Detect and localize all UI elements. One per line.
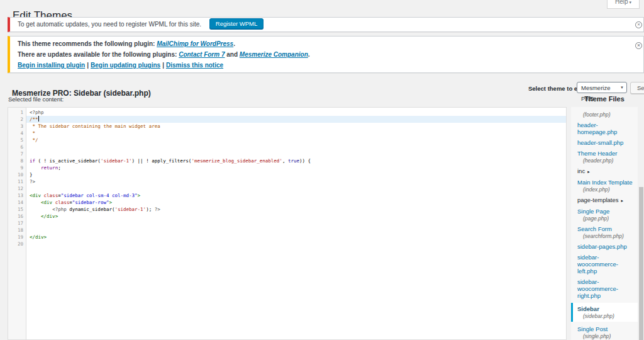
- theme-file-item: Sidebar(sidebar.php): [571, 303, 638, 322]
- code-line[interactable]: 4 *: [8, 130, 566, 137]
- code-line[interactable]: 13<div class="sidebar col-sm-4 col-md-3"…: [8, 192, 566, 199]
- theme-file-link[interactable]: Sidebar: [577, 305, 638, 312]
- code-line[interactable]: 1<?php: [8, 109, 566, 116]
- code-line[interactable]: 9 return;: [8, 164, 566, 171]
- theme-file-link[interactable]: sidebar-woocommerce-left.php: [577, 254, 638, 275]
- recommend-text: This theme recommends the following plug…: [18, 40, 157, 47]
- code-line[interactable]: 7: [8, 150, 566, 157]
- code-text: * The sidebar containing the main widget…: [26, 123, 566, 130]
- line-number: 6: [8, 144, 26, 150]
- code-line[interactable]: 20: [8, 241, 566, 247]
- code-text: }: [26, 171, 566, 178]
- dismiss-notice-icon[interactable]: ✕: [635, 21, 642, 28]
- theme-file-link[interactable]: Single Page: [577, 208, 638, 215]
- theme-folder-link[interactable]: page-templates▸: [577, 196, 638, 204]
- theme-file-item: sidebar-woocommerce-left.php: [571, 254, 638, 275]
- code-line[interactable]: 11?>: [8, 178, 566, 185]
- line-number: 14: [8, 199, 26, 206]
- theme-file-link[interactable]: sidebar-woocommerce-right.php: [577, 278, 638, 299]
- theme-select-dropdown[interactable]: Mesmerize PRO ▼: [577, 82, 627, 93]
- separator: |: [162, 62, 164, 69]
- chevron-right-icon: ▸: [587, 169, 590, 174]
- register-wpml-button[interactable]: Register WPML: [209, 18, 264, 29]
- wpml-register-notice: To get automatic updates, you need to re…: [8, 17, 644, 32]
- code-line[interactable]: 10}: [8, 171, 566, 178]
- theme-file-link[interactable]: Single Post: [577, 326, 638, 332]
- theme-file-item: Single Post(single.php): [571, 326, 638, 339]
- help-label: Help: [615, 0, 628, 5]
- code-line[interactable]: 12: [8, 185, 566, 192]
- theme-file-filename: (single.php): [583, 333, 638, 339]
- mailchimp-plugin-link[interactable]: MailChimp for WordPress: [157, 40, 233, 47]
- notice-actions-line: Begin installing plugin|Begin updating p…: [18, 62, 636, 69]
- theme-file-filename: (header.php): [583, 157, 638, 164]
- theme-file-item: header-small.php: [571, 139, 638, 146]
- updates-text: There are updates available for the foll…: [18, 51, 179, 58]
- code-text: <?php dynamic_sidebar('sidebar-1'); ?>: [26, 206, 566, 213]
- line-number: 9: [8, 164, 26, 171]
- code-text: *: [26, 130, 566, 137]
- theme-files-heading: Theme Files: [571, 95, 638, 103]
- code-text: <div class="sidebar-row">: [26, 199, 566, 206]
- selected-file-content-label: Selected file content:: [8, 96, 64, 103]
- line-number: 1: [8, 109, 26, 116]
- theme-file-link[interactable]: header-homepage.php: [577, 122, 638, 135]
- code-lines: 1<?php2/**3 * The sidebar containing the…: [8, 109, 566, 247]
- theme-file-item: sidebar-woocommerce-right.php: [571, 278, 638, 299]
- code-line[interactable]: 5 */: [8, 137, 566, 144]
- contact-form-7-link[interactable]: Contact Form 7: [179, 51, 225, 58]
- theme-file-link[interactable]: header-small.php: [577, 139, 638, 146]
- theme-file-link[interactable]: Search Form: [577, 225, 638, 232]
- theme-folder-link[interactable]: inc▸: [577, 167, 638, 175]
- mesmerize-companion-link[interactable]: Mesmerize Companion: [240, 51, 308, 58]
- code-line[interactable]: 17: [8, 220, 566, 227]
- code-line[interactable]: 8if ( ! is_active_sidebar('sidebar-1') |…: [8, 157, 566, 164]
- theme-file-link[interactable]: Theme Header: [577, 150, 638, 157]
- theme-file-item: inc▸: [571, 167, 638, 175]
- line-number: 7: [8, 150, 26, 157]
- dismiss-notice-icon[interactable]: ✕: [635, 42, 642, 49]
- line-number: 19: [8, 234, 26, 241]
- wordpress-theme-editor-page: Edit Themes Help▾ To get automatic updat…: [0, 0, 644, 340]
- code-line[interactable]: 16 </div>: [8, 213, 566, 220]
- theme-file-item: header-homepage.php: [571, 122, 638, 135]
- code-text: [26, 144, 566, 150]
- code-text: </div>: [26, 213, 566, 220]
- code-line[interactable]: 19</div>: [8, 234, 566, 241]
- code-line[interactable]: 14 <div class="sidebar-row">: [8, 199, 566, 206]
- theme-file-link[interactable]: Main Index Template: [577, 179, 638, 186]
- select-theme-button[interactable]: Select: [630, 82, 644, 94]
- dismiss-this-notice-link[interactable]: Dismiss this notice: [166, 62, 223, 69]
- theme-file-filename: (sidebar.php): [583, 313, 638, 319]
- code-text: [26, 220, 566, 227]
- help-tab[interactable]: Help▾: [607, 0, 640, 9]
- line-number: 17: [8, 220, 26, 227]
- recommend-plugin-line: This theme recommends the following plug…: [18, 40, 636, 47]
- theme-file-item: page-templates▸: [571, 196, 638, 204]
- updates-mid-text: and: [225, 51, 240, 58]
- line-number: 3: [8, 123, 26, 130]
- code-text: <?php: [26, 109, 566, 116]
- code-line[interactable]: 15 <?php dynamic_sidebar('sidebar-1'); ?…: [8, 206, 566, 213]
- code-text: */: [26, 137, 566, 144]
- code-editor[interactable]: 1<?php2/**3 * The sidebar containing the…: [8, 107, 567, 340]
- code-text: /**: [26, 116, 566, 123]
- code-line[interactable]: 18: [8, 227, 566, 234]
- updates-suffix: .: [308, 51, 310, 58]
- scrollbar-thumb[interactable]: [639, 187, 643, 340]
- begin-updating-plugins-link[interactable]: Begin updating plugins: [91, 62, 160, 69]
- chevron-right-icon: ▸: [621, 198, 623, 203]
- scrollbar-track[interactable]: [639, 107, 643, 340]
- theme-file-link[interactable]: sidebar-pages.php: [577, 243, 638, 250]
- updates-available-line: There are updates available for the foll…: [18, 51, 636, 58]
- code-line[interactable]: 6: [8, 144, 566, 150]
- code-line[interactable]: 2/**: [8, 116, 566, 123]
- code-line[interactable]: 3 * The sidebar containing the main widg…: [8, 123, 566, 130]
- line-number: 18: [8, 227, 26, 234]
- plugin-updates-notice: This theme recommends the following plug…: [8, 36, 644, 73]
- begin-installing-plugin-link[interactable]: Begin installing plugin: [18, 62, 85, 69]
- code-text: [26, 227, 566, 234]
- chevron-down-icon: ▼: [620, 82, 624, 93]
- line-number: 2: [8, 116, 26, 123]
- line-number: 4: [8, 130, 26, 137]
